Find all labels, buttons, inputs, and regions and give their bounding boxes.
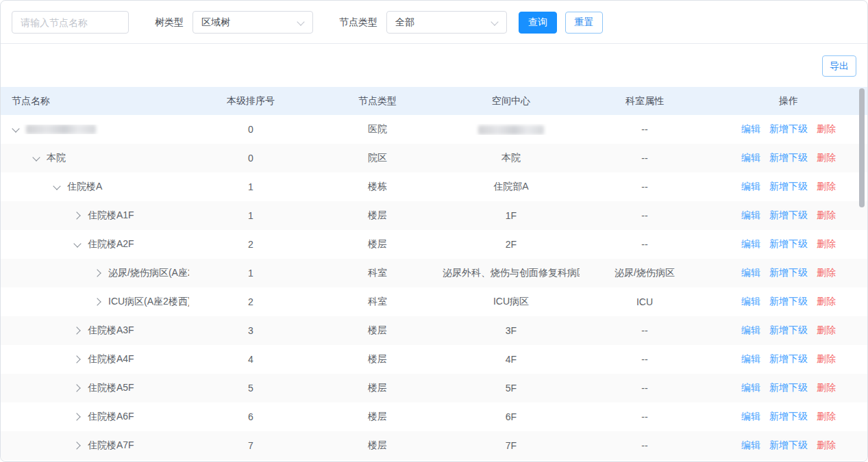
- node-type-cell: 楼层: [312, 411, 443, 423]
- node-name-cell: 住院楼A7F: [1, 439, 189, 452]
- delete-link[interactable]: 删除: [817, 152, 836, 163]
- add-child-link[interactable]: 新增下级: [769, 439, 808, 450]
- chevron-down-icon: [298, 18, 304, 24]
- tree-indent: [12, 417, 73, 418]
- space-center-text: 7F: [506, 440, 517, 451]
- add-child-link[interactable]: 新增下级: [769, 267, 808, 278]
- table-row: ICU病区(A座2楼西) 2 科室 ICU病区 ICU 编辑 新增下级 删除: [1, 287, 867, 316]
- add-child-link[interactable]: 新增下级: [769, 209, 808, 220]
- edit-link[interactable]: 编辑: [741, 382, 760, 393]
- row-actions-cell: 编辑 新增下级 删除: [710, 411, 867, 423]
- delete-link[interactable]: 删除: [817, 382, 836, 393]
- order-cell: 4: [189, 354, 312, 365]
- add-child-link[interactable]: 新增下级: [769, 181, 808, 192]
- order-cell: 2: [189, 296, 312, 307]
- edit-link[interactable]: 编辑: [741, 411, 760, 422]
- add-child-link[interactable]: 新增下级: [769, 411, 808, 422]
- delete-link[interactable]: 删除: [817, 238, 836, 249]
- row-actions-cell: 编辑 新增下级 删除: [710, 267, 867, 279]
- add-child-link[interactable]: 新增下级: [769, 238, 808, 249]
- chevron-down-icon[interactable]: [73, 240, 82, 248]
- delete-link[interactable]: 删除: [817, 267, 836, 278]
- chevron-right-icon[interactable]: [73, 441, 82, 450]
- table-row: 住院楼A4F 4 楼层 4F -- 编辑 新增下级 删除: [1, 345, 867, 374]
- node-type-cell: 楼层: [312, 353, 443, 365]
- edit-link[interactable]: 编辑: [741, 123, 760, 134]
- dept-attr-cell: ICU: [580, 296, 710, 307]
- chevron-right-icon[interactable]: [73, 326, 82, 335]
- tree-indent: [12, 359, 73, 360]
- delete-link[interactable]: 删除: [817, 439, 836, 450]
- dept-attr-cell: --: [580, 210, 710, 221]
- chevron-right-icon[interactable]: [94, 269, 102, 277]
- add-child-link[interactable]: 新增下级: [769, 152, 808, 163]
- search-button[interactable]: 查询: [519, 12, 557, 34]
- node-type-cell: 医院: [312, 123, 443, 136]
- order-cell: 7: [189, 440, 312, 451]
- node-type-cell: 楼层: [312, 209, 443, 222]
- node-name-text: ICU病区(A座2楼西): [108, 296, 189, 308]
- row-actions-cell: 编辑 新增下级 删除: [710, 324, 867, 337]
- space-center-text: 本院: [501, 152, 521, 163]
- edit-link[interactable]: 编辑: [741, 209, 760, 220]
- delete-link[interactable]: 删除: [817, 209, 836, 220]
- node-name-text: 住院楼A3F: [88, 324, 134, 337]
- row-actions-cell: 编辑 新增下级 删除: [710, 181, 867, 193]
- add-child-link[interactable]: 新增下级: [769, 296, 808, 307]
- delete-link[interactable]: 删除: [817, 181, 836, 192]
- delete-link[interactable]: 删除: [817, 324, 836, 335]
- add-child-link[interactable]: 新增下级: [769, 353, 808, 364]
- table-body: 0 医院 -- 编辑 新增下级 删除 本院 0 院区 本院: [1, 115, 867, 460]
- delete-link[interactable]: 删除: [817, 353, 836, 364]
- chevron-down-icon[interactable]: [53, 183, 61, 191]
- chevron-right-icon[interactable]: [73, 384, 82, 392]
- chevron-down-icon[interactable]: [12, 125, 20, 133]
- reset-button[interactable]: 重置: [565, 12, 603, 34]
- redacted-space-center: [478, 125, 544, 135]
- delete-link[interactable]: 删除: [817, 123, 836, 134]
- edit-link[interactable]: 编辑: [741, 353, 760, 364]
- chevron-right-icon[interactable]: [73, 211, 82, 220]
- edit-link[interactable]: 编辑: [741, 296, 760, 307]
- space-center-text: ICU病区: [493, 296, 529, 307]
- vertical-scrollbar-thumb[interactable]: [859, 88, 865, 207]
- delete-link[interactable]: 删除: [817, 296, 836, 307]
- column-header-node-type: 节点类型: [312, 95, 443, 107]
- add-child-link[interactable]: 新增下级: [769, 382, 808, 393]
- add-child-link[interactable]: 新增下级: [769, 324, 808, 335]
- dept-attr-cell: --: [580, 440, 710, 451]
- space-center-cell: ICU病区: [443, 296, 580, 308]
- chevron-right-icon[interactable]: [73, 413, 82, 421]
- edit-link[interactable]: 编辑: [741, 439, 760, 450]
- chevron-right-icon[interactable]: [94, 298, 102, 306]
- space-center-cell: 泌尿外科、烧伤与创面修复科病区: [443, 267, 580, 279]
- chevron-right-icon[interactable]: [73, 355, 82, 363]
- dept-attr-cell: --: [580, 181, 710, 192]
- node-type-cell: 楼栋: [312, 181, 443, 193]
- edit-link[interactable]: 编辑: [741, 152, 760, 163]
- space-center-cell: 5F: [443, 383, 580, 394]
- table-toolbar: 导出: [1, 44, 867, 87]
- column-header-node-name: 节点名称: [1, 95, 189, 107]
- row-actions-cell: 编辑 新增下级 删除: [710, 439, 867, 452]
- table-row: 0 医院 -- 编辑 新增下级 删除: [1, 115, 867, 144]
- edit-link[interactable]: 编辑: [741, 267, 760, 278]
- tree-indent: [12, 446, 73, 446]
- tree-indent: [12, 187, 53, 188]
- edit-link[interactable]: 编辑: [741, 181, 760, 192]
- node-type-label: 节点类型: [339, 16, 377, 29]
- add-child-link[interactable]: 新增下级: [769, 123, 808, 134]
- tree-type-select[interactable]: 区域树: [193, 11, 313, 34]
- edit-link[interactable]: 编辑: [741, 324, 760, 335]
- node-name-search-input[interactable]: [12, 11, 129, 34]
- node-type-select[interactable]: 全部: [386, 11, 507, 34]
- tree-indent: [12, 158, 32, 159]
- chevron-down-icon[interactable]: [32, 154, 40, 162]
- node-name-cell: 住院楼A1F: [1, 209, 189, 222]
- export-button[interactable]: 导出: [822, 55, 856, 77]
- node-name-text: 泌尿/烧伤病区(A座2楼东): [108, 267, 189, 279]
- edit-link[interactable]: 编辑: [741, 238, 760, 249]
- delete-link[interactable]: 删除: [817, 411, 836, 422]
- space-center-cell: 7F: [443, 440, 580, 451]
- space-center-cell: [443, 124, 580, 135]
